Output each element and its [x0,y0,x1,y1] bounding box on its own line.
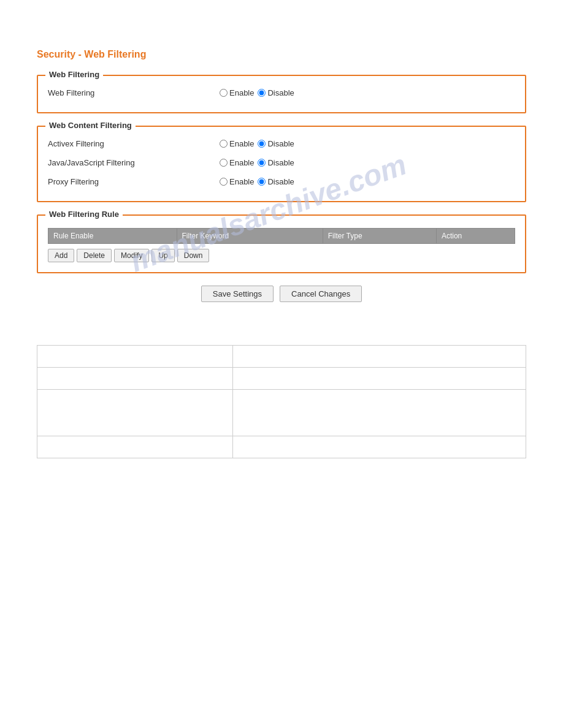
javascript-enable-label[interactable]: Enable [220,158,254,167]
table-actions: Add Delete Modify Up Down [48,249,515,262]
proxy-filtering-row: Proxy Filtering Enable Disable [48,172,515,191]
web-filtering-rule-legend: Web Filtering Rule [45,210,123,219]
proxy-enable-radio[interactable] [220,178,228,186]
proxy-filtering-label: Proxy Filtering [48,177,220,186]
plain-table-container [37,345,526,458]
web-filtering-section: Web Filtering Web Filtering Enable Disab… [37,75,526,113]
table-cell [232,346,526,368]
table-cell [232,368,526,390]
filter-rule-table: Rule Enable Filter Keyword Filter Type A… [48,228,515,244]
col-action: Action [436,229,515,244]
save-settings-button[interactable]: Save Settings [201,286,274,302]
table-cell [37,436,233,458]
proxy-radio-group: Enable Disable [220,177,294,186]
table-cell [37,390,233,436]
web-filtering-row: Web Filtering Enable Disable [48,83,515,102]
javascript-radio-group: Enable Disable [220,158,294,167]
table-cell [37,346,233,368]
web-content-filtering-legend: Web Content Filtering [45,121,136,130]
web-filtering-enable-label[interactable]: Enable [220,88,254,97]
activex-disable-radio[interactable] [258,140,266,148]
javascript-disable-radio[interactable] [258,159,266,167]
web-filtering-enable-radio[interactable] [220,89,228,97]
web-filtering-label: Web Filtering [48,88,220,97]
javascript-enable-radio[interactable] [220,159,228,167]
add-button[interactable]: Add [48,249,74,262]
col-rule-enable: Rule Enable [48,229,177,244]
table-cell [232,390,526,436]
proxy-enable-label[interactable]: Enable [220,177,254,186]
col-filter-type: Filter Type [323,229,436,244]
web-filtering-disable-radio[interactable] [258,89,266,97]
web-filtering-rule-section: Web Filtering Rule Rule Enable Filter Ke… [37,214,526,273]
web-filtering-disable-label[interactable]: Disable [258,88,294,97]
plain-table [37,345,526,458]
table-cell [37,368,233,390]
activex-enable-radio[interactable] [220,140,228,148]
table-row [37,368,526,390]
activex-filtering-label: Activex Filtering [48,139,220,148]
delete-button[interactable]: Delete [77,249,112,262]
web-content-filtering-section: Web Content Filtering Activex Filtering … [37,126,526,202]
javascript-disable-label[interactable]: Disable [258,158,294,167]
web-filtering-radio-group: Enable Disable [220,88,294,97]
web-filtering-legend: Web Filtering [45,70,103,79]
activex-enable-label[interactable]: Enable [220,139,254,148]
table-row [37,390,526,436]
table-row [37,346,526,368]
col-filter-keyword: Filter Keyword [177,229,323,244]
activex-disable-label[interactable]: Disable [258,139,294,148]
javascript-filtering-label: Java/JavaScript Filtering [48,158,220,167]
activex-filtering-row: Activex Filtering Enable Disable [48,134,515,153]
page-title: Security - Web Filtering [37,49,526,60]
javascript-filtering-row: Java/JavaScript Filtering Enable Disable [48,153,515,172]
table-row [37,436,526,458]
bottom-buttons: Save Settings Cancel Changes [37,286,526,302]
modify-button[interactable]: Modify [114,249,149,262]
proxy-disable-radio[interactable] [258,178,266,186]
down-button[interactable]: Down [177,249,210,262]
activex-radio-group: Enable Disable [220,139,294,148]
proxy-disable-label[interactable]: Disable [258,177,294,186]
table-cell [232,436,526,458]
cancel-changes-button[interactable]: Cancel Changes [280,286,362,302]
up-button[interactable]: Up [151,249,174,262]
